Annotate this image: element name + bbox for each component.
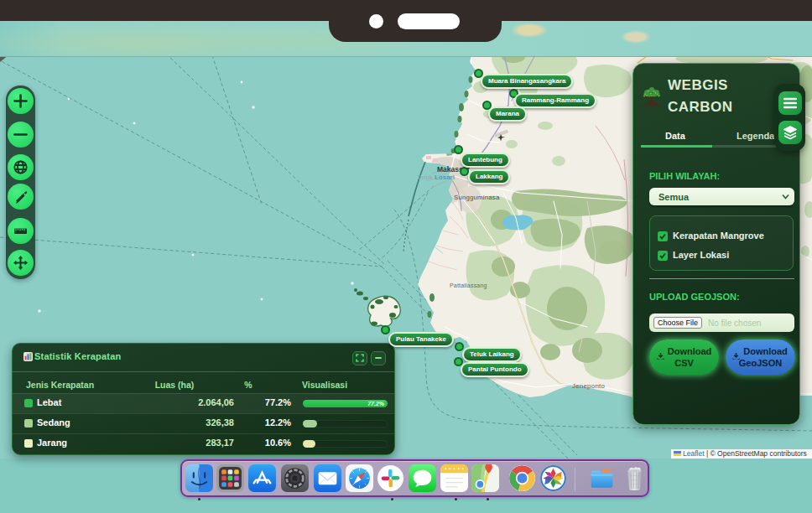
svg-text:Pattallassang: Pattallassang: [450, 282, 487, 289]
svg-text:Jeneponto: Jeneponto: [572, 382, 605, 390]
svg-text:Sungguminasa: Sungguminasa: [454, 194, 500, 201]
svg-text:Teluk Losari: Teluk Losari: [417, 174, 455, 181]
